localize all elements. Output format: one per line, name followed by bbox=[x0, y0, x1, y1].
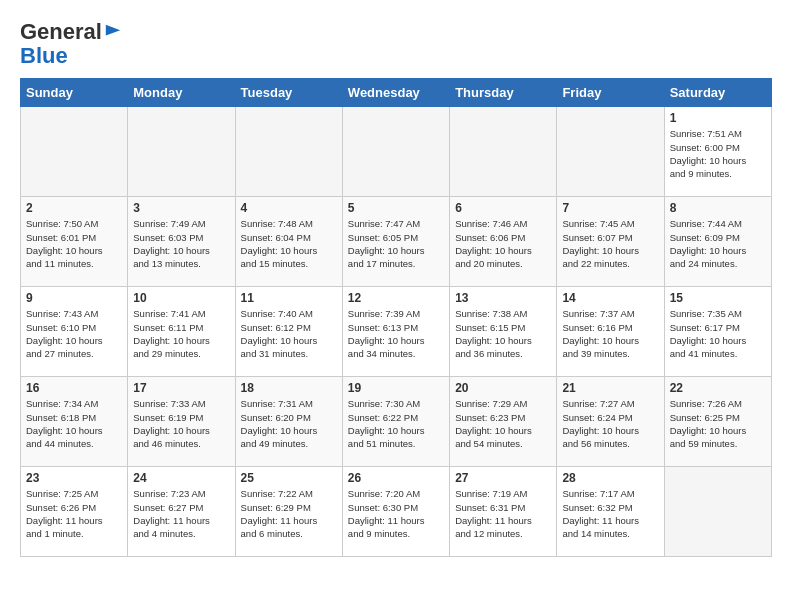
calendar-cell: 7Sunrise: 7:45 AM Sunset: 6:07 PM Daylig… bbox=[557, 197, 664, 287]
day-number: 6 bbox=[455, 201, 551, 215]
calendar-cell bbox=[664, 467, 771, 557]
weekday-header-saturday: Saturday bbox=[664, 79, 771, 107]
day-info: Sunrise: 7:19 AM Sunset: 6:31 PM Dayligh… bbox=[455, 487, 551, 540]
calendar-cell: 9Sunrise: 7:43 AM Sunset: 6:10 PM Daylig… bbox=[21, 287, 128, 377]
day-number: 11 bbox=[241, 291, 337, 305]
calendar-cell: 27Sunrise: 7:19 AM Sunset: 6:31 PM Dayli… bbox=[450, 467, 557, 557]
calendar-cell: 10Sunrise: 7:41 AM Sunset: 6:11 PM Dayli… bbox=[128, 287, 235, 377]
calendar-cell: 12Sunrise: 7:39 AM Sunset: 6:13 PM Dayli… bbox=[342, 287, 449, 377]
logo-flag-icon bbox=[104, 23, 122, 41]
day-info: Sunrise: 7:17 AM Sunset: 6:32 PM Dayligh… bbox=[562, 487, 658, 540]
day-info: Sunrise: 7:25 AM Sunset: 6:26 PM Dayligh… bbox=[26, 487, 122, 540]
day-number: 19 bbox=[348, 381, 444, 395]
day-number: 8 bbox=[670, 201, 766, 215]
day-info: Sunrise: 7:49 AM Sunset: 6:03 PM Dayligh… bbox=[133, 217, 229, 270]
day-info: Sunrise: 7:26 AM Sunset: 6:25 PM Dayligh… bbox=[670, 397, 766, 450]
day-info: Sunrise: 7:46 AM Sunset: 6:06 PM Dayligh… bbox=[455, 217, 551, 270]
day-info: Sunrise: 7:41 AM Sunset: 6:11 PM Dayligh… bbox=[133, 307, 229, 360]
day-number: 17 bbox=[133, 381, 229, 395]
day-info: Sunrise: 7:27 AM Sunset: 6:24 PM Dayligh… bbox=[562, 397, 658, 450]
calendar-cell: 2Sunrise: 7:50 AM Sunset: 6:01 PM Daylig… bbox=[21, 197, 128, 287]
calendar-cell: 15Sunrise: 7:35 AM Sunset: 6:17 PM Dayli… bbox=[664, 287, 771, 377]
weekday-header-thursday: Thursday bbox=[450, 79, 557, 107]
day-info: Sunrise: 7:51 AM Sunset: 6:00 PM Dayligh… bbox=[670, 127, 766, 180]
weekday-header-friday: Friday bbox=[557, 79, 664, 107]
calendar-cell: 20Sunrise: 7:29 AM Sunset: 6:23 PM Dayli… bbox=[450, 377, 557, 467]
calendar-cell: 5Sunrise: 7:47 AM Sunset: 6:05 PM Daylig… bbox=[342, 197, 449, 287]
day-number: 4 bbox=[241, 201, 337, 215]
calendar-week-2: 2Sunrise: 7:50 AM Sunset: 6:01 PM Daylig… bbox=[21, 197, 772, 287]
day-number: 1 bbox=[670, 111, 766, 125]
calendar-cell: 3Sunrise: 7:49 AM Sunset: 6:03 PM Daylig… bbox=[128, 197, 235, 287]
calendar-cell: 8Sunrise: 7:44 AM Sunset: 6:09 PM Daylig… bbox=[664, 197, 771, 287]
day-number: 27 bbox=[455, 471, 551, 485]
calendar-cell: 16Sunrise: 7:34 AM Sunset: 6:18 PM Dayli… bbox=[21, 377, 128, 467]
day-number: 22 bbox=[670, 381, 766, 395]
day-info: Sunrise: 7:50 AM Sunset: 6:01 PM Dayligh… bbox=[26, 217, 122, 270]
page-header: General Blue bbox=[20, 20, 772, 68]
day-number: 18 bbox=[241, 381, 337, 395]
calendar-cell: 22Sunrise: 7:26 AM Sunset: 6:25 PM Dayli… bbox=[664, 377, 771, 467]
calendar-cell bbox=[235, 107, 342, 197]
day-number: 3 bbox=[133, 201, 229, 215]
day-number: 23 bbox=[26, 471, 122, 485]
day-number: 15 bbox=[670, 291, 766, 305]
day-info: Sunrise: 7:20 AM Sunset: 6:30 PM Dayligh… bbox=[348, 487, 444, 540]
calendar-cell bbox=[128, 107, 235, 197]
calendar-header-row: SundayMondayTuesdayWednesdayThursdayFrid… bbox=[21, 79, 772, 107]
calendar-week-4: 16Sunrise: 7:34 AM Sunset: 6:18 PM Dayli… bbox=[21, 377, 772, 467]
day-info: Sunrise: 7:31 AM Sunset: 6:20 PM Dayligh… bbox=[241, 397, 337, 450]
day-info: Sunrise: 7:29 AM Sunset: 6:23 PM Dayligh… bbox=[455, 397, 551, 450]
day-number: 9 bbox=[26, 291, 122, 305]
day-info: Sunrise: 7:47 AM Sunset: 6:05 PM Dayligh… bbox=[348, 217, 444, 270]
calendar-cell: 26Sunrise: 7:20 AM Sunset: 6:30 PM Dayli… bbox=[342, 467, 449, 557]
calendar-cell: 19Sunrise: 7:30 AM Sunset: 6:22 PM Dayli… bbox=[342, 377, 449, 467]
calendar-cell: 28Sunrise: 7:17 AM Sunset: 6:32 PM Dayli… bbox=[557, 467, 664, 557]
day-number: 20 bbox=[455, 381, 551, 395]
day-info: Sunrise: 7:38 AM Sunset: 6:15 PM Dayligh… bbox=[455, 307, 551, 360]
calendar-cell bbox=[342, 107, 449, 197]
day-number: 13 bbox=[455, 291, 551, 305]
weekday-header-monday: Monday bbox=[128, 79, 235, 107]
svg-marker-0 bbox=[106, 25, 120, 36]
calendar-cell: 6Sunrise: 7:46 AM Sunset: 6:06 PM Daylig… bbox=[450, 197, 557, 287]
weekday-header-wednesday: Wednesday bbox=[342, 79, 449, 107]
day-info: Sunrise: 7:44 AM Sunset: 6:09 PM Dayligh… bbox=[670, 217, 766, 270]
day-info: Sunrise: 7:48 AM Sunset: 6:04 PM Dayligh… bbox=[241, 217, 337, 270]
calendar-cell: 11Sunrise: 7:40 AM Sunset: 6:12 PM Dayli… bbox=[235, 287, 342, 377]
calendar-cell bbox=[450, 107, 557, 197]
day-info: Sunrise: 7:30 AM Sunset: 6:22 PM Dayligh… bbox=[348, 397, 444, 450]
calendar-cell: 1Sunrise: 7:51 AM Sunset: 6:00 PM Daylig… bbox=[664, 107, 771, 197]
day-info: Sunrise: 7:37 AM Sunset: 6:16 PM Dayligh… bbox=[562, 307, 658, 360]
weekday-header-tuesday: Tuesday bbox=[235, 79, 342, 107]
day-number: 28 bbox=[562, 471, 658, 485]
day-info: Sunrise: 7:22 AM Sunset: 6:29 PM Dayligh… bbox=[241, 487, 337, 540]
day-number: 25 bbox=[241, 471, 337, 485]
calendar-body: 1Sunrise: 7:51 AM Sunset: 6:00 PM Daylig… bbox=[21, 107, 772, 557]
day-number: 21 bbox=[562, 381, 658, 395]
logo-blue: Blue bbox=[20, 44, 122, 68]
day-info: Sunrise: 7:35 AM Sunset: 6:17 PM Dayligh… bbox=[670, 307, 766, 360]
calendar-cell: 24Sunrise: 7:23 AM Sunset: 6:27 PM Dayli… bbox=[128, 467, 235, 557]
day-number: 14 bbox=[562, 291, 658, 305]
day-info: Sunrise: 7:33 AM Sunset: 6:19 PM Dayligh… bbox=[133, 397, 229, 450]
calendar-week-1: 1Sunrise: 7:51 AM Sunset: 6:00 PM Daylig… bbox=[21, 107, 772, 197]
day-info: Sunrise: 7:45 AM Sunset: 6:07 PM Dayligh… bbox=[562, 217, 658, 270]
calendar-cell: 4Sunrise: 7:48 AM Sunset: 6:04 PM Daylig… bbox=[235, 197, 342, 287]
day-info: Sunrise: 7:43 AM Sunset: 6:10 PM Dayligh… bbox=[26, 307, 122, 360]
calendar-cell: 14Sunrise: 7:37 AM Sunset: 6:16 PM Dayli… bbox=[557, 287, 664, 377]
calendar-cell: 25Sunrise: 7:22 AM Sunset: 6:29 PM Dayli… bbox=[235, 467, 342, 557]
calendar-table: SundayMondayTuesdayWednesdayThursdayFrid… bbox=[20, 78, 772, 557]
day-info: Sunrise: 7:40 AM Sunset: 6:12 PM Dayligh… bbox=[241, 307, 337, 360]
day-number: 12 bbox=[348, 291, 444, 305]
logo: General Blue bbox=[20, 20, 122, 68]
day-info: Sunrise: 7:34 AM Sunset: 6:18 PM Dayligh… bbox=[26, 397, 122, 450]
calendar-cell bbox=[21, 107, 128, 197]
day-info: Sunrise: 7:23 AM Sunset: 6:27 PM Dayligh… bbox=[133, 487, 229, 540]
calendar-cell: 13Sunrise: 7:38 AM Sunset: 6:15 PM Dayli… bbox=[450, 287, 557, 377]
day-number: 2 bbox=[26, 201, 122, 215]
day-number: 7 bbox=[562, 201, 658, 215]
calendar-cell: 18Sunrise: 7:31 AM Sunset: 6:20 PM Dayli… bbox=[235, 377, 342, 467]
calendar-cell bbox=[557, 107, 664, 197]
day-number: 26 bbox=[348, 471, 444, 485]
